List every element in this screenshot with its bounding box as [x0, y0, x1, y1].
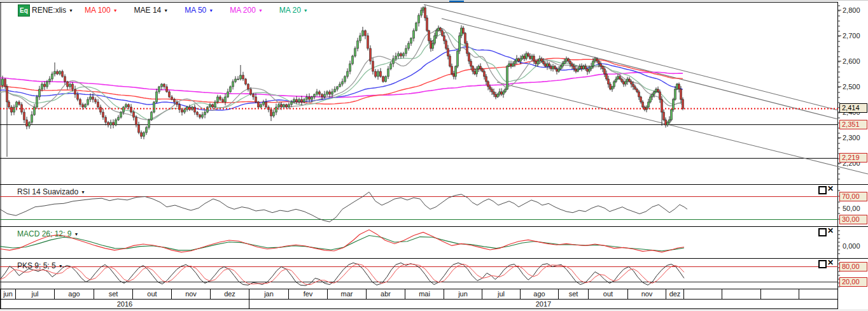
candle-body	[62, 71, 64, 76]
candle-body	[242, 75, 244, 79]
candle-body	[339, 84, 341, 87]
candle-body	[650, 97, 652, 102]
candle-body	[41, 84, 43, 89]
candle-body	[403, 54, 405, 56]
candle-body	[571, 64, 573, 66]
candle-body	[316, 92, 318, 94]
candle-body	[204, 112, 206, 115]
candle-body	[237, 79, 239, 80]
macd-line	[0, 230, 684, 252]
time-axis-month-cell	[684, 289, 722, 299]
candle-body	[592, 61, 594, 66]
time-axis-month-cell	[722, 289, 761, 299]
candle-body	[296, 99, 298, 102]
candle-body	[430, 41, 432, 48]
trading-chart-window: Eq RENE:xlis ▼ MA 100▼MAE 14▼MA 50▼MA 20…	[0, 0, 868, 311]
candle-body	[495, 94, 497, 97]
candle-body	[169, 92, 171, 97]
candle-body	[478, 66, 480, 69]
candle-body	[286, 105, 288, 107]
indicator-title-pks[interactable]: PKS 9; 5; 5▼	[17, 261, 63, 270]
candle-body	[245, 79, 247, 84]
indicator-title-rsi[interactable]: RSI 14 Suavizado▼	[17, 187, 85, 196]
candle-body	[612, 87, 613, 89]
candle-body	[82, 105, 84, 107]
trendline	[497, 82, 868, 174]
candle-body	[449, 56, 451, 66]
candle-body	[225, 97, 227, 102]
price-marker-box: 2,351	[839, 120, 867, 129]
candle-body	[655, 89, 657, 92]
candle-body	[372, 61, 374, 71]
candle-body	[661, 99, 663, 112]
time-axis-month-cell: out	[133, 289, 172, 299]
candle-body	[298, 99, 300, 102]
legend-item-ma-20[interactable]: MA 20▼	[279, 6, 308, 15]
candle-body	[398, 54, 400, 56]
candle-body	[291, 102, 293, 105]
candle-body	[113, 122, 115, 125]
candle-body	[199, 115, 201, 117]
close-icon[interactable]: ✕	[827, 260, 834, 267]
candle-body	[472, 66, 474, 71]
candle-body	[16, 102, 18, 107]
candle-body	[248, 84, 249, 89]
candle-body	[644, 107, 646, 110]
time-axis-month-cell: jul	[16, 289, 55, 299]
candle-body	[408, 43, 410, 48]
equity-badge: Eq	[18, 4, 30, 17]
candle-body	[522, 56, 524, 59]
candle-body	[610, 84, 612, 89]
indicator-title-macd[interactable]: MACD 26; 12; 9▼	[17, 229, 78, 238]
candle-body	[589, 69, 591, 71]
candle-body	[457, 51, 459, 66]
chevron-down-icon: ▼	[209, 8, 213, 13]
instrument-selector[interactable]: RENE:xlis ▼	[32, 6, 73, 15]
candle-body	[455, 66, 457, 76]
time-axis-month-cell: out	[589, 289, 628, 299]
candle-body	[426, 18, 428, 31]
candle-body	[100, 107, 102, 112]
price-axis-label: 2,600	[843, 57, 860, 66]
candle-body	[31, 115, 33, 122]
candle-body	[625, 82, 627, 84]
close-icon[interactable]: ✕	[827, 228, 834, 235]
candle-body	[304, 99, 305, 102]
candle-body	[209, 105, 211, 107]
legend-item-mae-14[interactable]: MAE 14▼	[134, 6, 169, 15]
candle-body	[133, 112, 135, 117]
candle-body	[2, 79, 4, 85]
candle-body	[491, 89, 493, 92]
legend-item-ma-200[interactable]: MA 200▼	[230, 6, 263, 15]
candle-body	[505, 89, 507, 92]
candle-body	[227, 92, 229, 97]
indicator-title-label: MACD 26; 12; 9	[17, 229, 71, 238]
candle-body	[281, 105, 283, 107]
candle-body	[493, 92, 495, 94]
legend-item-ma-50[interactable]: MA 50▼	[185, 6, 213, 15]
candle-body	[640, 97, 642, 102]
candle-body	[26, 120, 28, 126]
candle-body	[482, 69, 484, 71]
candle-body	[629, 79, 631, 82]
candle-body	[235, 79, 237, 82]
candle-body	[253, 94, 255, 97]
legend-item-ma-100[interactable]: MA 100▼	[85, 6, 118, 15]
maximize-icon[interactable]	[818, 228, 827, 236]
candle-body	[400, 54, 402, 56]
candle-body	[675, 89, 676, 99]
candle-body	[326, 92, 328, 94]
candle-body	[120, 112, 122, 117]
candle-body	[432, 43, 434, 48]
maximize-icon[interactable]	[818, 186, 827, 194]
maximize-icon[interactable]	[818, 260, 827, 268]
candle-body	[77, 94, 79, 99]
close-icon[interactable]: ✕	[827, 186, 834, 193]
legend-item-label: MA 200	[230, 6, 256, 15]
chevron-down-icon: ▼	[69, 8, 73, 13]
candle-body	[545, 64, 547, 66]
candle-body	[54, 71, 56, 74]
candle-body	[547, 64, 549, 66]
candle-body	[176, 102, 178, 105]
candle-body	[602, 66, 604, 69]
